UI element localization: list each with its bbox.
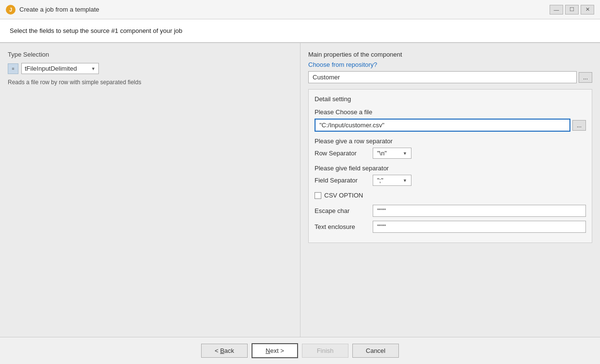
type-selection-label: Type Selection: [8, 51, 292, 58]
row-sep-section-label: Please give a row separator: [315, 137, 586, 145]
row-separator-group: Please give a row separator Row Separato…: [315, 137, 586, 159]
cancel-button[interactable]: Cancel: [352, 344, 399, 358]
text-enclosure-label: Text enclosure: [315, 223, 368, 230]
escape-char-input[interactable]: [373, 205, 586, 217]
dropdown-arrow-icon: ▼: [91, 66, 95, 71]
field-sep-dropdown-arrow-icon: ▼: [403, 178, 407, 183]
type-dropdown[interactable]: tFileInputDelimited ▼: [21, 63, 99, 74]
window-controls: — ☐ ✕: [550, 5, 594, 15]
next-button[interactable]: Next >: [252, 343, 298, 358]
row-sep-label: Row Separator: [315, 150, 368, 157]
field-sep-label: Field Separator: [315, 177, 368, 184]
minimize-button[interactable]: —: [550, 5, 563, 15]
repository-input[interactable]: [308, 71, 577, 83]
file-input-row: ...: [315, 119, 586, 132]
choose-repo-label: Choose from repository?: [308, 61, 592, 68]
file-chooser-group: Please Choose a file ...: [315, 108, 586, 132]
field-sep-value: ";": [377, 177, 383, 184]
instruction-text: Select the fields to setup the source #1…: [10, 27, 182, 34]
title-bar: J Create a job from a template — ☐ ✕: [0, 0, 600, 19]
csv-option-checkbox[interactable]: [315, 192, 321, 199]
window-title: Create a job from a template: [19, 6, 99, 13]
file-path-input[interactable]: [315, 119, 570, 132]
type-dropdown-row: ≡ tFileInputDelimited ▼: [8, 63, 292, 74]
finish-button[interactable]: Finish: [302, 344, 348, 358]
text-enclosure-row: Text enclosure: [315, 221, 586, 233]
app-icon: J: [6, 5, 16, 15]
field-sep-section-label: Please give field separator: [315, 165, 586, 172]
type-dropdown-value: tFileInputDelimited: [25, 65, 77, 72]
csv-option-label: CSV OPTION: [324, 192, 363, 199]
text-enclosure-input[interactable]: [373, 221, 586, 233]
row-sep-value: "\n": [377, 150, 387, 157]
close-button[interactable]: ✕: [581, 5, 594, 15]
csv-option-row: CSV OPTION: [315, 192, 586, 199]
main-content: Type Selection ≡ tFileInputDelimited ▼ R…: [0, 43, 600, 337]
footer: < Back Next > Finish Cancel: [0, 337, 600, 364]
type-description: Reads a file row by row with simple sepa…: [8, 79, 292, 86]
back-button[interactable]: < Back: [201, 344, 248, 358]
row-sep-dropdown-arrow-icon: ▼: [403, 151, 407, 156]
repo-input-row: ...: [308, 71, 592, 83]
title-bar-left: J Create a job from a template: [6, 5, 99, 15]
detail-setting-title: Detail setting: [315, 95, 586, 103]
file-browse-button[interactable]: ...: [572, 120, 586, 131]
repository-browse-button[interactable]: ...: [579, 72, 592, 83]
right-panel: Main properties of the component Choose …: [300, 43, 600, 337]
file-chooser-label: Please Choose a file: [315, 108, 586, 116]
field-sep-dropdown[interactable]: ";" ▼: [373, 175, 411, 186]
instruction-bar: Select the fields to setup the source #1…: [0, 19, 600, 43]
left-panel: Type Selection ≡ tFileInputDelimited ▼ R…: [0, 43, 300, 337]
detail-setting-box: Detail setting Please Choose a file ... …: [308, 89, 592, 243]
row-sep-row: Row Separator "\n" ▼: [315, 148, 586, 159]
field-sep-row: Field Separator ";" ▼: [315, 175, 586, 186]
field-separator-group: Please give field separator Field Separa…: [315, 165, 586, 186]
row-sep-dropdown[interactable]: "\n" ▼: [373, 148, 411, 159]
main-props-title: Main properties of the component: [308, 51, 592, 58]
maximize-button[interactable]: ☐: [565, 5, 579, 15]
escape-char-row: Escape char: [315, 205, 586, 217]
type-icon: ≡: [8, 63, 18, 74]
escape-char-label: Escape char: [315, 207, 368, 214]
